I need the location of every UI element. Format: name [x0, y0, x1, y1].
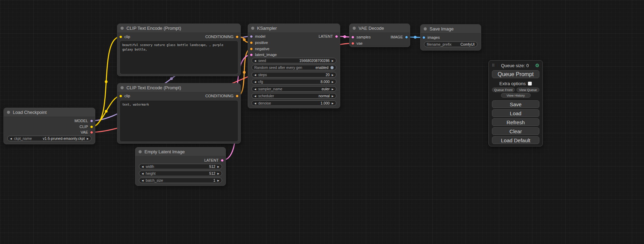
node-title-bar[interactable]: VAE Decode	[350, 24, 410, 33]
widget-value: 8.000	[320, 80, 329, 84]
prompt-textarea[interactable]: beautiful scenery nature glass bottle la…	[120, 41, 238, 74]
clear-button[interactable]: Clear	[492, 127, 539, 135]
widget-cfg[interactable]: ◀ cfg 8.000 ▶	[252, 79, 336, 84]
node-title-bar[interactable]: CLIP Text Encode (Prompt)	[117, 83, 240, 92]
history-row: View History	[492, 93, 539, 98]
collapse-dot-icon[interactable]	[139, 150, 142, 153]
slot-label: VAE	[81, 130, 88, 134]
settings-gear-icon[interactable]: ⚙	[535, 63, 539, 68]
collapse-dot-icon[interactable]	[7, 111, 10, 114]
output-slot-vae: VAE	[81, 129, 93, 135]
node-empty-latent-image[interactable]: Empty Latent Image LATENT ◀ width 512 ▶ …	[135, 147, 226, 186]
widget-filename-prefix[interactable]: filename_prefix ComfyUI	[424, 42, 477, 47]
widget-label: batch_size	[145, 178, 163, 182]
decrement-arrow-icon[interactable]: ◀	[142, 172, 143, 175]
view-queue-button[interactable]: View Queue	[517, 88, 539, 92]
decrement-arrow-icon[interactable]: ◀	[254, 81, 256, 83]
node-vae-decode[interactable]: VAE Decode samples IMAGE vae	[349, 24, 410, 47]
widget-width[interactable]: ◀ width 512 ▶	[139, 164, 222, 169]
widget-label: denoise	[258, 101, 271, 105]
node-title: Empty Latent Image	[144, 149, 185, 154]
queue-front-button[interactable]: Queue Front	[492, 88, 515, 92]
queue-panel-header: ⠿ Queue size: 0 ⚙	[492, 63, 539, 68]
node-title-bar[interactable]: Empty Latent Image	[135, 147, 226, 156]
node-title: Load Checkpoint	[13, 110, 47, 115]
prev-arrow-icon[interactable]: ◀	[10, 137, 12, 140]
node-clip-text-encode-negative[interactable]: CLIP Text Encode (Prompt) clip CONDITION…	[117, 83, 241, 144]
decrement-arrow-icon[interactable]: ◀	[142, 165, 143, 168]
decrement-arrow-icon[interactable]: ◀	[254, 60, 256, 62]
workflow-actions: Save Load Refresh Clear Load Default	[492, 100, 539, 144]
next-arrow-icon[interactable]: ▶	[332, 95, 334, 97]
conditioning-output-port[interactable]	[236, 35, 239, 38]
increment-arrow-icon[interactable]: ▶	[332, 60, 334, 62]
next-arrow-icon[interactable]: ▶	[332, 88, 334, 90]
negative-input-port[interactable]	[250, 47, 253, 51]
load-button[interactable]: Load	[492, 109, 539, 117]
prev-arrow-icon[interactable]: ◀	[254, 95, 256, 97]
node-title-bar[interactable]: CLIP Text Encode (Prompt)	[117, 24, 240, 33]
next-arrow-icon[interactable]: ▶	[87, 137, 89, 140]
output-slot-latent: LATENT	[319, 34, 338, 39]
drag-handle-icon[interactable]: ⠿	[492, 63, 495, 68]
widget-height[interactable]: ◀ height 512 ▶	[139, 171, 222, 176]
increment-arrow-icon[interactable]: ▶	[218, 165, 219, 168]
increment-arrow-icon[interactable]: ▶	[332, 74, 334, 76]
node-save-image[interactable]: Save Image images filename_prefix ComfyU…	[420, 24, 481, 51]
extra-options-checkbox[interactable]	[528, 82, 532, 85]
prev-arrow-icon[interactable]: ◀	[254, 88, 256, 90]
vae-output-port[interactable]	[90, 131, 93, 134]
model-output-port[interactable]	[90, 119, 93, 123]
samples-input-port[interactable]	[351, 36, 354, 39]
latent-output-port[interactable]	[221, 159, 224, 162]
collapse-dot-icon[interactable]	[424, 27, 427, 30]
model-input-port[interactable]	[250, 35, 253, 38]
clip-input-port[interactable]	[119, 94, 122, 98]
collapse-dot-icon[interactable]	[121, 86, 124, 89]
vae-input-port[interactable]	[351, 42, 354, 45]
widget-steps[interactable]: ◀ steps 20 ▶	[252, 72, 336, 78]
widget-value: 1.000	[320, 101, 329, 105]
collapse-dot-icon[interactable]	[353, 27, 356, 30]
load-default-button[interactable]: Load Default	[492, 136, 539, 144]
queue-prompt-button[interactable]: Queue Prompt	[492, 70, 539, 78]
widget-batch-size[interactable]: ◀ batch_size 1 ▶	[139, 178, 222, 183]
refresh-button[interactable]: Refresh	[492, 118, 539, 126]
collapse-dot-icon[interactable]	[251, 27, 254, 30]
save-button[interactable]: Save	[492, 100, 539, 108]
images-input-port[interactable]	[422, 36, 425, 39]
node-ksampler[interactable]: KSampler model LATENT positive negative …	[248, 24, 340, 108]
widget-seed[interactable]: ◀ seed 156680208700286 ▶	[252, 58, 336, 63]
image-output-port[interactable]	[405, 36, 408, 39]
input-slot-vae: vae	[351, 40, 363, 46]
decrement-arrow-icon[interactable]: ◀	[142, 179, 143, 182]
widget-random-seed-toggle[interactable]: Random seed after every gen enabled	[252, 65, 336, 70]
node-load-checkpoint[interactable]: Load Checkpoint MODEL CLIP VAE ◀ ckpt_na…	[3, 108, 95, 144]
widget-sampler-name[interactable]: ◀ sampler_name euler ▶	[252, 86, 336, 92]
widget-denoise[interactable]: ◀ denoise 1.000 ▶	[252, 100, 336, 106]
decrement-arrow-icon[interactable]: ◀	[254, 102, 256, 105]
positive-input-port[interactable]	[250, 41, 253, 44]
collapse-dot-icon[interactable]	[121, 27, 124, 30]
link-midpoint-dot	[414, 36, 417, 39]
clip-output-port[interactable]	[90, 125, 93, 128]
prompt-textarea[interactable]: text, watermark	[120, 101, 238, 141]
node-title-bar[interactable]: Load Checkpoint	[4, 108, 95, 117]
output-slot-latent: LATENT	[204, 157, 224, 163]
decrement-arrow-icon[interactable]: ◀	[254, 74, 256, 76]
view-history-button[interactable]: View History	[501, 93, 531, 98]
node-title-bar[interactable]: KSampler	[248, 24, 340, 33]
node-clip-text-encode-positive[interactable]: CLIP Text Encode (Prompt) clip CONDITION…	[117, 24, 241, 76]
increment-arrow-icon[interactable]: ▶	[332, 81, 334, 83]
node-title-bar[interactable]: Save Image	[421, 25, 481, 34]
increment-arrow-icon[interactable]: ▶	[218, 179, 219, 182]
increment-arrow-icon[interactable]: ▶	[218, 172, 219, 175]
latent-image-input-port[interactable]	[250, 53, 253, 56]
widget-scheduler[interactable]: ◀ scheduler normal ▶	[252, 93, 336, 99]
clip-input-port[interactable]	[119, 35, 122, 38]
conditioning-output-port[interactable]	[236, 94, 239, 98]
latent-output-port[interactable]	[335, 35, 338, 38]
widget-ckpt-name[interactable]: ◀ ckpt_name v1-5-pruned-emaonly.ckpt ▶	[7, 136, 91, 141]
increment-arrow-icon[interactable]: ▶	[332, 102, 334, 105]
input-slot-samples: samples	[351, 34, 371, 40]
